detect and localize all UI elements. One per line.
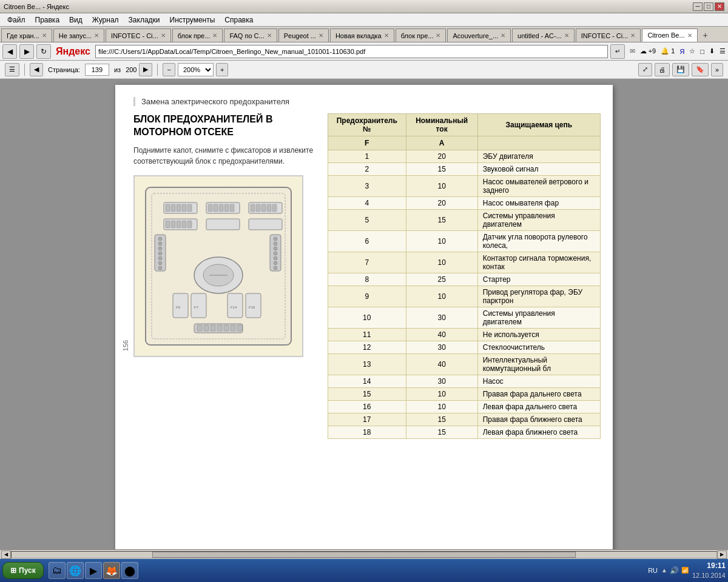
table-row: 9 10 Привод регулятора фар, ЭБУ парктрон	[328, 286, 601, 307]
scroll-right-button[interactable]: ▶	[717, 550, 727, 559]
svg-point-42	[274, 261, 277, 265]
fuse-number: 13	[328, 354, 406, 375]
back-button[interactable]: ◀	[2, 44, 17, 59]
taskbar-app-chrome[interactable]: ⬤	[121, 562, 138, 579]
taskbar-app-browser[interactable]: 🦊	[103, 562, 120, 579]
taskbar-lang: RU	[648, 567, 658, 574]
scrollbar-track[interactable]	[11, 551, 717, 558]
go-button[interactable]: ↵	[610, 44, 625, 59]
start-button[interactable]: ⊞ Пуск	[2, 562, 44, 579]
fuse-description: Правая фара ближнего света	[477, 413, 600, 426]
address-input[interactable]	[95, 45, 608, 58]
menu-view[interactable]: Вид	[64, 15, 87, 25]
download-icon[interactable]: ⬇	[709, 47, 715, 55]
bookmark-button[interactable]: 🔖	[692, 63, 709, 76]
start-icon: ⊞	[10, 566, 16, 575]
tab-7[interactable]: блок пре...✕	[396, 28, 447, 42]
fit-page-button[interactable]: ⤢	[638, 63, 652, 76]
fuse-description: Системы управления двигателем	[477, 307, 600, 329]
tab-11-active[interactable]: Citroen Be...✕	[642, 28, 697, 42]
fuse-number: 8	[328, 273, 406, 286]
toolbar-separator-2	[157, 64, 158, 76]
menu-help[interactable]: Справка	[220, 15, 258, 25]
menu-journal[interactable]: Журнал	[87, 15, 124, 25]
menu-bookmarks[interactable]: Закладки	[124, 15, 165, 25]
fuse-number: 11	[328, 329, 406, 341]
svg-rect-12	[224, 204, 229, 212]
of-label: из	[114, 66, 121, 73]
page-input[interactable]	[85, 64, 109, 76]
tab-2[interactable]: INFOTEC - Ci...✕	[106, 28, 171, 42]
window-title: Citroen Be... - Яндекс	[4, 3, 69, 10]
horizontal-scrollbar[interactable]: ◀ ▶	[0, 549, 728, 559]
tab-5[interactable]: Peugeot ...✕	[278, 28, 329, 42]
toggle-sidebar-button[interactable]: ☰	[5, 63, 19, 76]
content-area: БЛОК ПРЕДОХРАНИТЕЛЕЙ В МОТОРНОМ ОТСЕКЕ П…	[133, 113, 601, 439]
zoom-select[interactable]: 200% 150% 100% 75% 50%	[178, 63, 214, 76]
tab-8[interactable]: Acouverture_...✕	[447, 28, 511, 42]
taskbar-network-icon[interactable]: 📶	[681, 567, 689, 574]
svg-rect-11	[219, 204, 223, 212]
new-tab-button[interactable]: +	[699, 28, 712, 42]
tab-4[interactable]: FAQ по С...✕	[224, 28, 277, 42]
table-row: 10 30 Системы управления двигателем	[328, 307, 601, 329]
fuse-number: 14	[328, 375, 406, 388]
zoom-in-button[interactable]: +	[216, 63, 228, 76]
tab-9[interactable]: untitled - AC-...✕	[512, 28, 575, 42]
prev-page-button[interactable]: ◀	[30, 63, 43, 76]
fuse-description: Привод регулятора фар, ЭБУ парктрон	[477, 286, 600, 307]
menu-file[interactable]: Файл	[2, 15, 30, 25]
table-row: 4 20 Насос омывателя фар	[328, 197, 601, 210]
reload-button[interactable]: ↻	[36, 44, 51, 59]
maximize-button[interactable]: □	[704, 2, 713, 11]
tab-6[interactable]: Новая вкладка✕	[330, 28, 394, 42]
zoom-out-button[interactable]: −	[163, 63, 175, 76]
taskbar-arrow-icon[interactable]: ▲	[661, 567, 667, 574]
tab-0[interactable]: Где хран...✕	[1, 28, 52, 42]
toolbar-right: ⤢ 🖨 💾 🔖 »	[638, 63, 723, 76]
fuse-number: 17	[328, 413, 406, 426]
svg-rect-7	[187, 204, 192, 212]
fuse-amperage: 15	[406, 413, 477, 426]
fuse-amperage: 10	[406, 286, 477, 307]
fuse-amperage: 10	[406, 401, 477, 413]
taskbar-app-explorer[interactable]: 🗂	[49, 562, 66, 579]
scrollbar-thumb[interactable]	[152, 552, 575, 558]
save-button[interactable]: 💾	[672, 63, 689, 76]
menu-icon[interactable]: ☰	[720, 47, 726, 55]
fuse-amperage: 40	[406, 329, 477, 341]
table-row: 12 30 Стеклоочиститель	[328, 341, 601, 354]
print-button[interactable]: 🖨	[655, 63, 670, 76]
taskbar-volume-icon[interactable]: 🔊	[670, 566, 679, 575]
svg-text:F16: F16	[249, 306, 255, 309]
fuse-description: Не используется	[477, 329, 600, 341]
tab-10[interactable]: INFOTEC - Ci...✕	[576, 28, 641, 42]
table-row: 7 10 Контактор сигнала торможения, конта…	[328, 252, 601, 273]
close-button[interactable]: ✕	[715, 2, 724, 11]
svg-rect-19	[272, 204, 277, 212]
scroll-left-button[interactable]: ◀	[1, 550, 11, 559]
taskbar-app-media[interactable]: ▶	[85, 562, 102, 579]
star-icon[interactable]: ☆	[689, 47, 695, 55]
tab-1[interactable]: Не запус...✕	[53, 28, 104, 42]
more-button[interactable]: »	[711, 63, 723, 76]
window-controls[interactable]: ─ □ ✕	[693, 2, 724, 11]
menu-tools[interactable]: Инструменты	[165, 15, 220, 25]
fuse-description: Левая фара дальнего света	[477, 401, 600, 413]
taskbar-app-ie[interactable]: 🌐	[67, 562, 84, 579]
yandex-bar-icon[interactable]: Я	[679, 48, 684, 55]
next-page-button[interactable]: ▶	[139, 63, 152, 76]
settings-icon[interactable]: □	[700, 48, 704, 55]
table-row: 16 10 Левая фара дальнего света	[328, 401, 601, 413]
forward-button[interactable]: ▶	[19, 44, 34, 59]
fuse-description: Интеллектуальный коммутационный бл	[477, 354, 600, 375]
svg-rect-55	[217, 325, 222, 331]
mail-icon[interactable]: ✉	[630, 47, 635, 55]
fuse-amperage: 15	[406, 210, 477, 231]
fuse-number: 16	[328, 401, 406, 413]
fuse-table: Предохранитель № Номинальный ток Защищае…	[328, 113, 601, 439]
minimize-button[interactable]: ─	[693, 2, 703, 11]
notification-icon[interactable]: 🔔 1	[661, 47, 675, 55]
tab-3[interactable]: блок пре...✕	[172, 28, 223, 42]
menu-edit[interactable]: Правка	[30, 15, 65, 25]
